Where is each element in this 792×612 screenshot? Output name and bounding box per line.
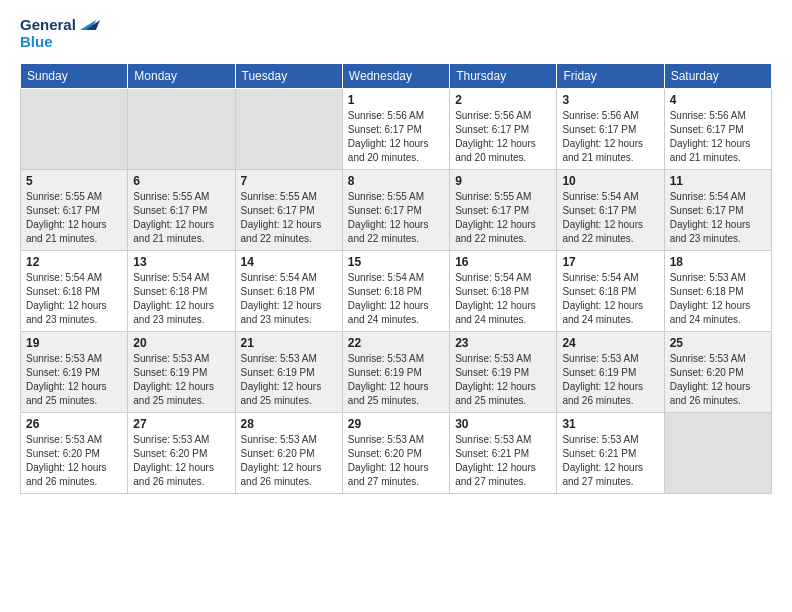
day-info: Sunrise: 5:53 AM Sunset: 6:20 PM Dayligh… xyxy=(26,433,122,489)
day-number: 6 xyxy=(133,174,229,188)
day-info: Sunrise: 5:54 AM Sunset: 6:18 PM Dayligh… xyxy=(455,271,551,327)
day-number: 22 xyxy=(348,336,444,350)
calendar-cell xyxy=(664,412,771,493)
day-info: Sunrise: 5:55 AM Sunset: 6:17 PM Dayligh… xyxy=(348,190,444,246)
weekday-header: Saturday xyxy=(664,63,771,88)
day-info: Sunrise: 5:53 AM Sunset: 6:19 PM Dayligh… xyxy=(133,352,229,408)
calendar-week-row: 1Sunrise: 5:56 AM Sunset: 6:17 PM Daylig… xyxy=(21,88,772,169)
weekday-header: Wednesday xyxy=(342,63,449,88)
calendar-cell: 1Sunrise: 5:56 AM Sunset: 6:17 PM Daylig… xyxy=(342,88,449,169)
day-number: 23 xyxy=(455,336,551,350)
day-info: Sunrise: 5:53 AM Sunset: 6:19 PM Dayligh… xyxy=(241,352,337,408)
day-number: 17 xyxy=(562,255,658,269)
calendar-week-row: 26Sunrise: 5:53 AM Sunset: 6:20 PM Dayli… xyxy=(21,412,772,493)
calendar-cell: 25Sunrise: 5:53 AM Sunset: 6:20 PM Dayli… xyxy=(664,331,771,412)
calendar-cell: 4Sunrise: 5:56 AM Sunset: 6:17 PM Daylig… xyxy=(664,88,771,169)
day-number: 3 xyxy=(562,93,658,107)
day-info: Sunrise: 5:53 AM Sunset: 6:21 PM Dayligh… xyxy=(562,433,658,489)
day-number: 4 xyxy=(670,93,766,107)
day-number: 27 xyxy=(133,417,229,431)
calendar-cell: 3Sunrise: 5:56 AM Sunset: 6:17 PM Daylig… xyxy=(557,88,664,169)
logo-general: General xyxy=(20,17,76,34)
calendar-cell: 29Sunrise: 5:53 AM Sunset: 6:20 PM Dayli… xyxy=(342,412,449,493)
calendar-cell: 15Sunrise: 5:54 AM Sunset: 6:18 PM Dayli… xyxy=(342,250,449,331)
day-info: Sunrise: 5:55 AM Sunset: 6:17 PM Dayligh… xyxy=(133,190,229,246)
calendar-week-row: 12Sunrise: 5:54 AM Sunset: 6:18 PM Dayli… xyxy=(21,250,772,331)
logo-wordmark: General Blue xyxy=(20,16,100,51)
day-number: 1 xyxy=(348,93,444,107)
calendar-cell: 14Sunrise: 5:54 AM Sunset: 6:18 PM Dayli… xyxy=(235,250,342,331)
calendar-cell: 19Sunrise: 5:53 AM Sunset: 6:19 PM Dayli… xyxy=(21,331,128,412)
calendar-cell: 13Sunrise: 5:54 AM Sunset: 6:18 PM Dayli… xyxy=(128,250,235,331)
day-number: 21 xyxy=(241,336,337,350)
day-info: Sunrise: 5:54 AM Sunset: 6:18 PM Dayligh… xyxy=(26,271,122,327)
day-number: 30 xyxy=(455,417,551,431)
day-number: 8 xyxy=(348,174,444,188)
calendar-cell: 21Sunrise: 5:53 AM Sunset: 6:19 PM Dayli… xyxy=(235,331,342,412)
day-number: 20 xyxy=(133,336,229,350)
day-info: Sunrise: 5:53 AM Sunset: 6:19 PM Dayligh… xyxy=(26,352,122,408)
day-info: Sunrise: 5:55 AM Sunset: 6:17 PM Dayligh… xyxy=(26,190,122,246)
calendar-cell: 8Sunrise: 5:55 AM Sunset: 6:17 PM Daylig… xyxy=(342,169,449,250)
day-info: Sunrise: 5:53 AM Sunset: 6:20 PM Dayligh… xyxy=(348,433,444,489)
calendar-cell: 30Sunrise: 5:53 AM Sunset: 6:21 PM Dayli… xyxy=(450,412,557,493)
calendar-cell: 22Sunrise: 5:53 AM Sunset: 6:19 PM Dayli… xyxy=(342,331,449,412)
logo: General Blue xyxy=(20,16,100,51)
day-number: 7 xyxy=(241,174,337,188)
day-number: 2 xyxy=(455,93,551,107)
day-info: Sunrise: 5:54 AM Sunset: 6:18 PM Dayligh… xyxy=(562,271,658,327)
weekday-header-row: SundayMondayTuesdayWednesdayThursdayFrid… xyxy=(21,63,772,88)
calendar-cell: 5Sunrise: 5:55 AM Sunset: 6:17 PM Daylig… xyxy=(21,169,128,250)
weekday-header: Tuesday xyxy=(235,63,342,88)
logo-blue: Blue xyxy=(20,34,53,51)
calendar-cell xyxy=(128,88,235,169)
calendar-cell: 6Sunrise: 5:55 AM Sunset: 6:17 PM Daylig… xyxy=(128,169,235,250)
day-number: 14 xyxy=(241,255,337,269)
calendar-week-row: 19Sunrise: 5:53 AM Sunset: 6:19 PM Dayli… xyxy=(21,331,772,412)
calendar-cell: 9Sunrise: 5:55 AM Sunset: 6:17 PM Daylig… xyxy=(450,169,557,250)
calendar-cell: 28Sunrise: 5:53 AM Sunset: 6:20 PM Dayli… xyxy=(235,412,342,493)
calendar-cell: 16Sunrise: 5:54 AM Sunset: 6:18 PM Dayli… xyxy=(450,250,557,331)
calendar-cell: 20Sunrise: 5:53 AM Sunset: 6:19 PM Dayli… xyxy=(128,331,235,412)
day-info: Sunrise: 5:56 AM Sunset: 6:17 PM Dayligh… xyxy=(562,109,658,165)
calendar-cell: 2Sunrise: 5:56 AM Sunset: 6:17 PM Daylig… xyxy=(450,88,557,169)
calendar-cell: 27Sunrise: 5:53 AM Sunset: 6:20 PM Dayli… xyxy=(128,412,235,493)
day-number: 24 xyxy=(562,336,658,350)
day-number: 28 xyxy=(241,417,337,431)
logo-arrow-icon xyxy=(78,16,100,34)
day-info: Sunrise: 5:56 AM Sunset: 6:17 PM Dayligh… xyxy=(455,109,551,165)
day-info: Sunrise: 5:53 AM Sunset: 6:19 PM Dayligh… xyxy=(562,352,658,408)
day-number: 5 xyxy=(26,174,122,188)
calendar-table: SundayMondayTuesdayWednesdayThursdayFrid… xyxy=(20,63,772,494)
page-header: General Blue xyxy=(20,16,772,51)
calendar-cell: 23Sunrise: 5:53 AM Sunset: 6:19 PM Dayli… xyxy=(450,331,557,412)
calendar-cell: 31Sunrise: 5:53 AM Sunset: 6:21 PM Dayli… xyxy=(557,412,664,493)
day-info: Sunrise: 5:54 AM Sunset: 6:17 PM Dayligh… xyxy=(562,190,658,246)
day-info: Sunrise: 5:53 AM Sunset: 6:18 PM Dayligh… xyxy=(670,271,766,327)
day-number: 12 xyxy=(26,255,122,269)
calendar-cell xyxy=(235,88,342,169)
day-number: 13 xyxy=(133,255,229,269)
calendar-cell: 24Sunrise: 5:53 AM Sunset: 6:19 PM Dayli… xyxy=(557,331,664,412)
day-info: Sunrise: 5:54 AM Sunset: 6:18 PM Dayligh… xyxy=(241,271,337,327)
calendar-cell: 17Sunrise: 5:54 AM Sunset: 6:18 PM Dayli… xyxy=(557,250,664,331)
day-number: 11 xyxy=(670,174,766,188)
day-info: Sunrise: 5:54 AM Sunset: 6:17 PM Dayligh… xyxy=(670,190,766,246)
day-number: 16 xyxy=(455,255,551,269)
weekday-header: Monday xyxy=(128,63,235,88)
day-info: Sunrise: 5:55 AM Sunset: 6:17 PM Dayligh… xyxy=(241,190,337,246)
weekday-header: Thursday xyxy=(450,63,557,88)
day-number: 18 xyxy=(670,255,766,269)
day-info: Sunrise: 5:53 AM Sunset: 6:21 PM Dayligh… xyxy=(455,433,551,489)
day-info: Sunrise: 5:54 AM Sunset: 6:18 PM Dayligh… xyxy=(133,271,229,327)
day-info: Sunrise: 5:53 AM Sunset: 6:19 PM Dayligh… xyxy=(455,352,551,408)
day-number: 19 xyxy=(26,336,122,350)
day-number: 31 xyxy=(562,417,658,431)
calendar-cell: 12Sunrise: 5:54 AM Sunset: 6:18 PM Dayli… xyxy=(21,250,128,331)
day-info: Sunrise: 5:55 AM Sunset: 6:17 PM Dayligh… xyxy=(455,190,551,246)
day-info: Sunrise: 5:56 AM Sunset: 6:17 PM Dayligh… xyxy=(348,109,444,165)
weekday-header: Sunday xyxy=(21,63,128,88)
day-info: Sunrise: 5:53 AM Sunset: 6:20 PM Dayligh… xyxy=(133,433,229,489)
day-number: 9 xyxy=(455,174,551,188)
calendar-cell: 7Sunrise: 5:55 AM Sunset: 6:17 PM Daylig… xyxy=(235,169,342,250)
